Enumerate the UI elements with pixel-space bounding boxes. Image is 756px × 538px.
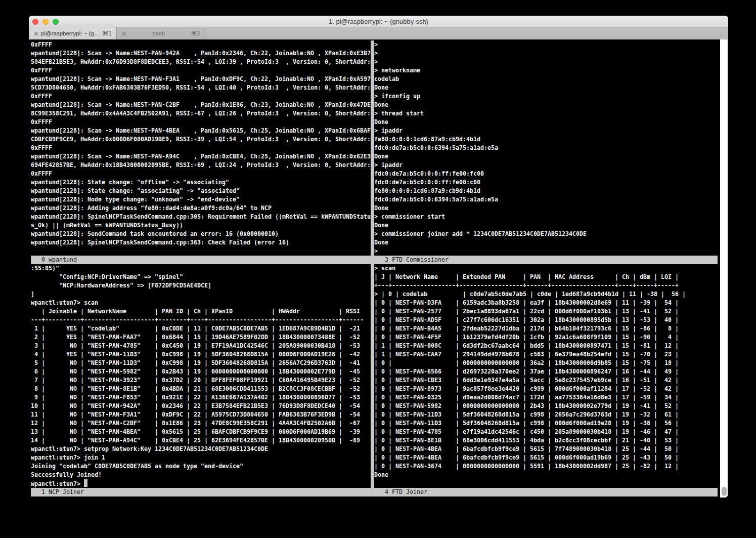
pane-ftd-commissioner[interactable]: > > > > networkname codelab Done > ifcon… — [374, 40, 718, 256]
tab-label: bash — [128, 30, 189, 36]
titlebar[interactable]: 1. pi@raspberrypi: ~ (gnubby-ssh) — [29, 16, 728, 27]
pane-ftd-joiner[interactable]: > scan | J | Network Name | Extended PAN… — [374, 264, 718, 488]
tab-bar-filler — [205, 27, 728, 39]
pane-title-ncp-joiner: 1 NCP Joiner — [31, 488, 371, 496]
pane-wpantund[interactable]: 0xFFFF wpantund[2128]: Scan -> Name:NEST… — [31, 40, 371, 256]
pane-title-wpantund: 0 wpantund — [31, 256, 371, 264]
terminal-content: 0xFFFF wpantund[2128]: Scan -> Name:NEST… — [29, 39, 728, 498]
pane-divider — [371, 40, 374, 496]
tab-close-icon[interactable]: × — [120, 30, 128, 37]
tab-label: pi@raspberrypi: ~ (g… — [40, 30, 101, 36]
tab-shortcut: ⌘1 — [102, 30, 112, 37]
pane-title-ftd-joiner: 4 FTD Joiner — [374, 488, 718, 496]
terminal-window: 1. pi@raspberrypi: ~ (gnubby-ssh) × pi@r… — [29, 16, 728, 498]
window-title: 1. pi@raspberrypi: ~ (gnubby-ssh) — [29, 16, 728, 27]
tab-ssh[interactable]: × pi@raspberrypi: ~ (g… ⌘1 — [29, 27, 117, 39]
prompt-row[interactable]: wpanctl:utun7> — [31, 479, 87, 488]
scrollbar-track[interactable] — [720, 39, 728, 498]
tab-shortcut: ⌘2 — [191, 30, 200, 37]
tab-bash[interactable]: × bash ⌘2 — [117, 27, 205, 39]
tab-bar: × pi@raspberrypi: ~ (g… ⌘1 × bash ⌘2 — [29, 27, 728, 39]
scrollbar-thumb[interactable] — [722, 487, 727, 496]
pane-title-ftd-commissioner: 3 FTD Commissioner — [374, 256, 718, 264]
terminal-cursor — [84, 479, 87, 487]
pane-ncp-joiner[interactable]: :55:05)" "Config:NCP:DriverName" => "spi… — [31, 264, 371, 479]
prompt-text: wpanctl:utun7> — [31, 480, 84, 487]
tab-close-icon[interactable]: × — [32, 30, 40, 37]
